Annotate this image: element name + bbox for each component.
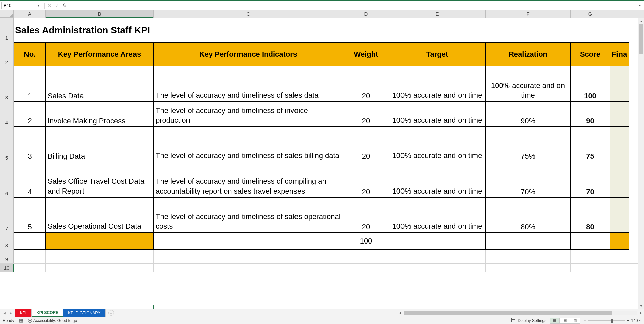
display-settings[interactable]: Display Settings <box>511 318 546 323</box>
cell-kpi[interactable]: The level of accuracy and timeliness of … <box>154 162 343 198</box>
cell-kpi[interactable]: The level of accuracy and timeliness of … <box>154 198 343 233</box>
zoom-in-icon[interactable]: + <box>627 318 629 323</box>
cell-score[interactable]: 70 <box>571 162 610 198</box>
cell-kpa[interactable]: Sales Data <box>46 66 154 102</box>
cell-H9[interactable] <box>610 250 629 263</box>
cell-weight[interactable]: 20 <box>343 162 389 198</box>
cell-D8-total[interactable]: 100 <box>343 233 389 250</box>
header-final-partial[interactable]: Fina <box>610 42 629 66</box>
table-row[interactable]: 5 3 Billing Data The level of accuracy a… <box>0 127 638 162</box>
row-header-6[interactable]: 6 <box>0 162 14 198</box>
cell-A9[interactable] <box>14 250 46 263</box>
horizontal-scrollbar[interactable]: ⋮ ◄ ► <box>389 309 644 317</box>
cell-no[interactable]: 1 <box>14 66 46 102</box>
header-score[interactable]: Score <box>571 42 610 66</box>
formula-input[interactable] <box>68 2 637 9</box>
row-header-1[interactable]: 1 <box>0 18 14 42</box>
header-target[interactable]: Target <box>389 42 486 66</box>
view-page-layout-icon[interactable]: ▤ <box>560 318 570 324</box>
header-no[interactable]: No. <box>14 42 46 66</box>
cell-C9[interactable] <box>154 250 343 263</box>
cell-A10[interactable] <box>14 264 46 272</box>
cell-realization[interactable]: 80% <box>486 198 571 233</box>
chevron-down-icon[interactable]: ▼ <box>37 4 40 7</box>
scroll-thumb[interactable] <box>639 24 643 54</box>
cell-score[interactable]: 75 <box>571 127 610 162</box>
cell-no[interactable]: 5 <box>14 198 46 233</box>
col-header-E[interactable]: E <box>389 10 486 18</box>
cell-score[interactable]: 100 <box>571 66 610 102</box>
cell-no[interactable]: 3 <box>14 127 46 162</box>
col-header-B[interactable]: B <box>46 10 154 18</box>
row-header-9[interactable]: 9 <box>0 250 14 263</box>
row-header-3[interactable]: 3 <box>0 66 14 102</box>
row-8[interactable]: 8 100 <box>0 233 638 250</box>
sheet-tab-kpi[interactable]: KPI <box>15 309 32 317</box>
row-header-8[interactable]: 8 <box>0 233 14 250</box>
cell-F8[interactable] <box>486 233 571 250</box>
col-header-G[interactable]: G <box>571 10 610 18</box>
cell-final[interactable] <box>610 162 629 198</box>
hscroll-track[interactable] <box>404 311 637 315</box>
vertical-scrollbar[interactable]: ▲ ▼ <box>638 18 644 309</box>
sheet-nav-prev-icon[interactable]: ◄ <box>3 311 6 315</box>
cell-realization[interactable]: 100% accurate and on time <box>486 66 571 102</box>
cell-D9[interactable] <box>343 250 389 263</box>
cell-weight[interactable]: 20 <box>343 198 389 233</box>
select-all-corner[interactable] <box>0 10 14 18</box>
row-header-5[interactable]: 5 <box>0 127 14 162</box>
cell-E8[interactable] <box>389 233 486 250</box>
cell-realization[interactable]: 70% <box>486 162 571 198</box>
cell-F10[interactable] <box>486 264 571 272</box>
table-row[interactable]: 4 2 Invoice Making Process The level of … <box>0 102 638 127</box>
zoom-value[interactable]: 140% <box>631 318 641 323</box>
cell-realization[interactable]: 75% <box>486 127 571 162</box>
cell-B10[interactable] <box>46 264 154 272</box>
cell-C8[interactable] <box>154 233 343 250</box>
cell-kpa[interactable]: Invoice Making Process <box>46 102 154 127</box>
cell-kpa[interactable]: Sales Operational Cost Data <box>46 198 154 233</box>
cell-no[interactable]: 4 <box>14 162 46 198</box>
cell-target[interactable]: 100% accurate and on time <box>389 127 486 162</box>
col-header-A[interactable]: A <box>14 10 46 18</box>
col-header-F[interactable]: F <box>486 10 571 18</box>
cell-weight[interactable]: 20 <box>343 127 389 162</box>
cell-final[interactable] <box>610 102 629 127</box>
cell-weight[interactable]: 20 <box>343 102 389 127</box>
cell-weight[interactable]: 20 <box>343 66 389 102</box>
zoom-knob[interactable] <box>611 319 613 323</box>
cell-no[interactable]: 2 <box>14 102 46 127</box>
add-sheet-icon[interactable]: + <box>108 310 114 316</box>
cell-target[interactable]: 100% accurate and on time <box>389 162 486 198</box>
table-row[interactable]: 6 4 Sales Office Travel Cost Data and Re… <box>0 162 638 198</box>
name-box[interactable]: B10 ▼ <box>1 2 41 9</box>
cell-H10[interactable] <box>610 264 629 272</box>
row-9[interactable]: 9 <box>0 250 638 264</box>
expand-formula-bar-icon[interactable]: ▾ <box>637 4 643 7</box>
sheet-tab-kpi-dictionary[interactable]: KPI DICTIONARY <box>63 309 105 317</box>
cell-kpi[interactable]: The level of accuracy and timeliness of … <box>154 102 343 127</box>
macro-record-icon[interactable]: ▦ <box>19 318 23 323</box>
cell-H8[interactable] <box>610 233 629 250</box>
header-kpa[interactable]: Key Performance Areas <box>46 42 154 66</box>
row-header-10[interactable]: 10 <box>0 264 14 272</box>
cell-G8[interactable] <box>571 233 610 250</box>
row-header-4[interactable]: 4 <box>0 102 14 127</box>
fx-icon[interactable]: fx <box>61 2 68 9</box>
spreadsheet-grid[interactable]: A B C D E F G 1 Sales Administration Sta… <box>0 10 644 309</box>
tab-split-handle-icon[interactable]: ⋮ <box>389 311 397 315</box>
cell-final[interactable] <box>610 66 629 102</box>
cell-kpi[interactable]: The level of accuracy and timeliness of … <box>154 66 343 102</box>
cell-E10[interactable] <box>389 264 486 272</box>
zoom-out-icon[interactable]: − <box>583 318 586 323</box>
cell-target[interactable]: 100% accurate and on time <box>389 102 486 127</box>
sheet-nav-next-icon[interactable]: ► <box>9 311 13 315</box>
hscroll-right-icon[interactable]: ► <box>638 311 644 315</box>
header-realization[interactable]: Realization <box>486 42 571 66</box>
cell-C10[interactable] <box>154 264 343 272</box>
cell-D10[interactable] <box>343 264 389 272</box>
cell-realization[interactable]: 90% <box>486 102 571 127</box>
header-weight[interactable]: Weight <box>343 42 389 66</box>
view-page-break-icon[interactable]: ▥ <box>570 318 580 324</box>
cell-score[interactable]: 80 <box>571 198 610 233</box>
